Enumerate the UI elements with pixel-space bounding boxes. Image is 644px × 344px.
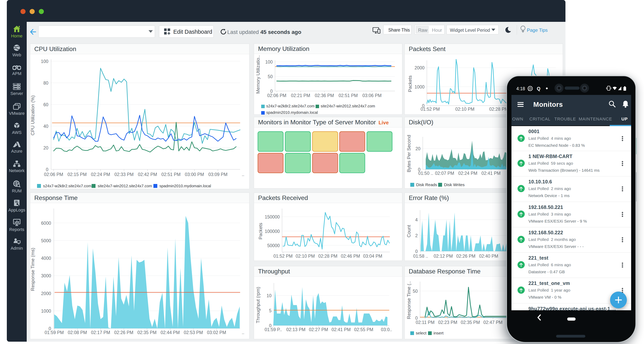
- svg-text:02:10 PM: 02:10 PM: [455, 106, 474, 112]
- svg-text:02:10 PM: 02:10 PM: [296, 254, 315, 259]
- svg-text:..: ..: [242, 330, 244, 335]
- svg-text:Packets: Packets: [407, 76, 413, 92]
- svg-text:1000: 1000: [41, 308, 51, 314]
- svg-text:02:13 PM: 02:13 PM: [286, 327, 306, 332]
- svg-text:100: 100: [265, 60, 273, 64]
- svg-text:02:21 PM: 02:21 PM: [291, 93, 310, 98]
- svg-text:Memory Utilizatio..: Memory Utilizatio..: [255, 55, 260, 94]
- svg-text:..: ..: [242, 172, 244, 177]
- svg-text:03:06 PM: 03:06 PM: [362, 93, 382, 98]
- svg-text:5: 5: [269, 308, 272, 313]
- svg-text:50: 50: [268, 74, 273, 79]
- svg-text:02:46 PM: 02:46 PM: [341, 254, 360, 259]
- svg-text:02:51 PM: 02:51 PM: [162, 172, 180, 177]
- svg-text:02:06 PM: 02:06 PM: [44, 172, 63, 177]
- svg-text:4000: 4000: [41, 256, 51, 261]
- svg-text:40: 40: [43, 124, 48, 129]
- svg-text:Disk Writes: Disk Writes: [444, 182, 465, 187]
- svg-text:02:24 PM: 02:24 PM: [91, 172, 110, 177]
- svg-text:0: 0: [46, 167, 48, 172]
- svg-text:spadmin2010.mydomain.local: spadmin2010.mydomain.local: [160, 184, 211, 188]
- svg-text:02:12 PM: 02:12 PM: [434, 254, 453, 259]
- svg-text:03:04 PM: 03:04 PM: [363, 254, 382, 259]
- svg-text:CPU Utilization (%): CPU Utilization (%): [30, 95, 35, 135]
- svg-text:spadmin2010.mydomain.local: spadmin2010.mydomain.local: [266, 110, 318, 114]
- svg-text:02:26 PM: 02:26 PM: [114, 330, 133, 335]
- svg-text:01:59 PM: 01:59 PM: [45, 330, 64, 335]
- svg-text:02:35 PM: 02:35 PM: [461, 320, 480, 325]
- svg-text:02:26 PM: 02:26 PM: [456, 254, 476, 259]
- svg-text:1000: 1000: [414, 84, 424, 90]
- svg-text:02:40 PM: 02:40 PM: [479, 254, 498, 259]
- svg-text:100000: 100000: [265, 229, 280, 234]
- svg-text:20: 20: [415, 146, 420, 151]
- svg-text:site24x7-win2012.site24x7.com: site24x7-win2012.site24x7.com: [321, 104, 375, 108]
- svg-text:02:41 PM: 02:41 PM: [332, 327, 351, 332]
- svg-text:Response Time (..: Response Time (..: [406, 281, 412, 319]
- svg-text:Count: Count: [406, 225, 412, 238]
- svg-text:2000: 2000: [414, 65, 424, 70]
- svg-text:02:07 PM: 02:07 PM: [435, 171, 454, 176]
- svg-text:02:28 PM: 02:28 PM: [318, 254, 338, 259]
- svg-text:02:36 PM: 02:36 PM: [315, 93, 334, 98]
- svg-text:02:41 PM: 02:41 PM: [482, 171, 500, 176]
- svg-text:20: 20: [43, 146, 48, 150]
- svg-text:02:27 PM: 02:27 PM: [309, 327, 328, 332]
- svg-text:4: 4: [415, 217, 418, 222]
- svg-text:02:08 PM: 02:08 PM: [68, 330, 87, 335]
- svg-text:02:53 PM: 02:53 PM: [184, 330, 203, 335]
- svg-text:100: 100: [41, 59, 48, 64]
- svg-text:2: 2: [415, 233, 418, 238]
- svg-text:6000: 6000: [41, 221, 51, 226]
- svg-text:02:24 PM: 02:24 PM: [458, 171, 477, 176]
- svg-text:02:11 PM: 02:11 PM: [416, 320, 435, 325]
- svg-text:02:47 PM: 02:47 PM: [484, 320, 502, 325]
- svg-text:02:35 PM: 02:35 PM: [138, 330, 156, 335]
- svg-text:03:0..: 03:0..: [381, 327, 392, 332]
- svg-text:02:44 PM: 02:44 PM: [160, 330, 180, 335]
- svg-text:02:17 PM: 02:17 PM: [91, 330, 110, 335]
- svg-text:02:06 PM: 02:06 PM: [267, 93, 286, 98]
- svg-text:02:28 PM: 02:28 PM: [489, 106, 508, 112]
- svg-text:3000: 3000: [41, 273, 51, 278]
- svg-text:Throughput (rpm): Throughput (rpm): [255, 287, 260, 323]
- svg-text:01:58 ..: 01:58 ..: [413, 254, 428, 259]
- svg-text:01:52 PM: 01:52 PM: [274, 254, 292, 259]
- svg-text:02:15 PM: 02:15 PM: [68, 172, 86, 177]
- svg-text:02:42 PM: 02:42 PM: [138, 172, 157, 177]
- svg-text:insert: insert: [434, 331, 444, 335]
- svg-text:50: 50: [413, 289, 418, 294]
- svg-text:0: 0: [415, 249, 418, 254]
- svg-text:50000: 50000: [267, 243, 280, 248]
- svg-text:select: select: [416, 331, 426, 335]
- svg-text:s24x7-w2k8r2.site24x7.com: s24x7-w2k8r2.site24x7.com: [43, 184, 92, 188]
- svg-text:02:51 PM: 02:51 PM: [338, 93, 358, 98]
- svg-text:10: 10: [266, 293, 272, 298]
- svg-text:01:59 P..: 01:59 P..: [264, 327, 282, 332]
- svg-text:site24x7-win2012.site24x7.com: site24x7-win2012.site24x7.com: [98, 184, 152, 188]
- svg-text:01:52 PM: 01:52 PM: [421, 106, 440, 112]
- svg-text:02:33 PM: 02:33 PM: [114, 172, 134, 177]
- svg-text:150000: 150000: [265, 214, 280, 220]
- svg-text:01:50 ..: 01:50 ..: [418, 171, 433, 176]
- svg-text:Disk Reads: Disk Reads: [416, 182, 437, 187]
- svg-text:s24x7-w2k8r2.site24x7.com: s24x7-w2k8r2.site24x7.com: [266, 104, 314, 108]
- svg-text:80: 80: [43, 80, 48, 86]
- svg-text:Packets: Packets: [258, 223, 263, 239]
- svg-text:02:23 PM: 02:23 PM: [438, 320, 457, 325]
- svg-text:5000: 5000: [41, 238, 51, 243]
- svg-text:02:55 PM: 02:55 PM: [354, 327, 373, 332]
- svg-text:Response Time (ms): Response Time (ms): [30, 248, 35, 291]
- svg-text:03:00 PM: 03:00 PM: [185, 172, 204, 177]
- svg-text:Bytes Per Second: Bytes Per Second: [406, 135, 412, 172]
- svg-text:60: 60: [43, 102, 48, 107]
- svg-text:2000: 2000: [41, 291, 51, 296]
- svg-text:03:02 PM: 03:02 PM: [207, 330, 226, 335]
- svg-text:03:09 PM: 03:09 PM: [208, 172, 228, 177]
